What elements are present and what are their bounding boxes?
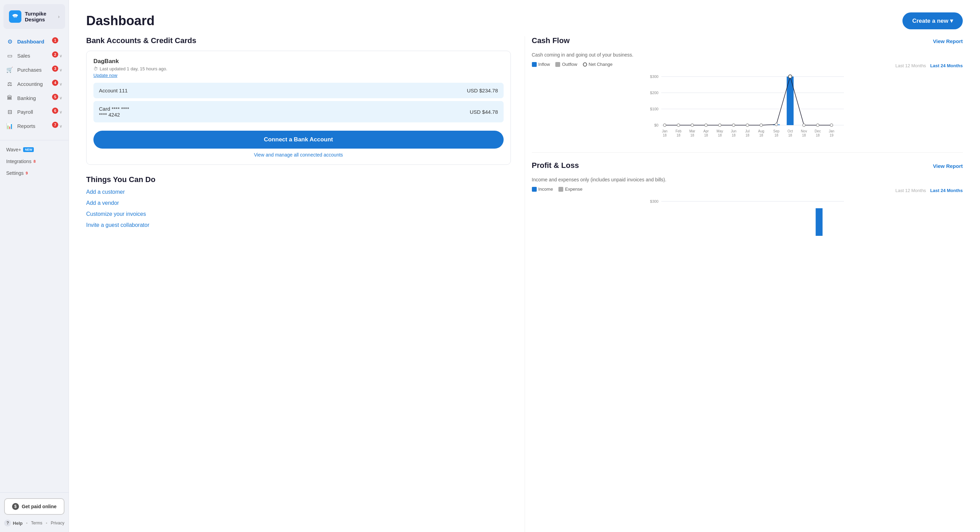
cashflow-view-report-link[interactable]: View Report — [933, 38, 963, 44]
bank-accounts-title: Bank Accounts & Credit Cards — [86, 36, 511, 45]
cf-dot-4 — [718, 124, 721, 127]
banking-icon: 🏛 — [6, 95, 13, 101]
purchases-icon: 🛒 — [6, 67, 13, 73]
nav-wave-plus[interactable]: Wave+ NEW — [0, 144, 68, 156]
svg-text:May: May — [716, 129, 723, 133]
svg-text:Nov: Nov — [801, 129, 807, 133]
nav-payroll-badge: 6 — [52, 108, 58, 114]
reports-chevron-icon: ∨ — [59, 124, 62, 129]
payroll-chevron-icon: ∨ — [59, 110, 62, 115]
sales-icon: ▭ — [6, 53, 13, 59]
svg-text:Oct: Oct — [787, 129, 793, 133]
inflow-swatch — [532, 62, 537, 67]
brand-name: Turnpike Designs — [25, 11, 54, 22]
svg-text:18: 18 — [802, 134, 806, 137]
account-row-0[interactable]: Account 111 USD $234.78 — [94, 83, 504, 98]
terms-link[interactable]: Terms — [31, 521, 42, 526]
svg-text:Jul: Jul — [745, 129, 749, 133]
sidebar-bottom: $ Get paid online ? Help • Terms • Priva… — [0, 492, 68, 532]
inflow-label: Inflow — [538, 62, 550, 67]
svg-text:$100: $100 — [650, 107, 658, 111]
account-amount-1: USD $44.78 — [470, 109, 498, 115]
accounting-chevron-icon: ∨ — [59, 82, 62, 86]
create-new-button[interactable]: Create a new ▾ — [902, 13, 963, 29]
cf-dot-3 — [705, 124, 707, 127]
clock-icon: ⏱ — [94, 66, 98, 72]
integrations-label: Integrations — [6, 159, 31, 164]
pl-last12-filter[interactable]: Last 12 Months — [895, 188, 926, 193]
nav-banking[interactable]: 🏛 Banking 5 ∨ — [0, 91, 68, 105]
svg-text:18: 18 — [718, 134, 722, 137]
cashflow-bar-oct — [787, 76, 794, 125]
add-vendor-link[interactable]: Add a vendor — [86, 200, 511, 206]
income-label: Income — [538, 186, 553, 192]
svg-text:$200: $200 — [650, 91, 658, 95]
pl-svg: $300 — [532, 198, 963, 239]
manage-accounts-link[interactable]: View and manage all connected accounts — [94, 152, 504, 158]
cashflow-svg: $300 $200 $100 $0 — [532, 73, 963, 142]
pl-bar-dec — [816, 208, 822, 236]
svg-text:Aug: Aug — [758, 129, 764, 133]
banking-chevron-icon: ∨ — [59, 96, 62, 100]
svg-text:Apr: Apr — [703, 129, 709, 133]
connect-bank-button[interactable]: Connect a Bank Account — [94, 131, 504, 148]
reports-icon: 📊 — [6, 123, 13, 129]
add-customer-link[interactable]: Add a customer — [86, 189, 511, 195]
svg-text:18: 18 — [704, 134, 708, 137]
help-circle-icon: ? — [4, 519, 11, 527]
cf-dot-8 — [775, 123, 778, 126]
payroll-icon: ⊟ — [6, 108, 13, 115]
pl-legend: Income Expense — [532, 186, 582, 192]
svg-text:$0: $0 — [654, 123, 659, 127]
settings-label: Settings — [6, 170, 24, 176]
svg-text:Dec: Dec — [815, 129, 821, 133]
main-header: Dashboard Create a new ▾ — [69, 0, 980, 36]
nav-accounting[interactable]: ⚖ Accounting 4 ∨ — [0, 77, 68, 91]
bank-updated-text: Last updated 1 day, 15 hours ago. — [100, 66, 167, 72]
things-title: Things You Can Do — [86, 175, 511, 184]
nav-integrations[interactable]: Integrations 8 — [0, 156, 68, 167]
customize-invoices-link[interactable]: Customize your invoices — [86, 211, 511, 217]
cf-dot-7 — [760, 124, 762, 127]
outflow-label: Outflow — [562, 62, 577, 67]
svg-text:18: 18 — [662, 134, 667, 137]
nav-reports-badge: 7 — [52, 122, 58, 128]
account-row-1[interactable]: Card **** ******** 4242 USD $44.78 — [94, 101, 504, 123]
brand-selector[interactable]: Turnpike Designs › — [3, 4, 65, 29]
bank-updated: ⏱ Last updated 1 day, 15 hours ago. — [94, 66, 504, 72]
sales-chevron-icon: ∨ — [59, 53, 62, 58]
purchases-chevron-icon: ∨ — [59, 68, 62, 72]
pl-view-report-link[interactable]: View Report — [933, 163, 963, 169]
pl-subtitle: Income and expenses only (includes unpai… — [532, 177, 963, 182]
cf-dot-2 — [691, 124, 694, 127]
cashflow-last12-filter[interactable]: Last 12 Months — [895, 63, 926, 68]
cashflow-legend: Inflow Outflow Net Change — [532, 62, 612, 67]
things-section: Things You Can Do Add a customer Add a v… — [86, 175, 511, 228]
pl-header: Profit & Loss View Report — [532, 161, 963, 175]
main-grid: Bank Accounts & Credit Cards DagBank ⏱ L… — [69, 36, 980, 532]
cashflow-last24-filter[interactable]: Last 24 Months — [930, 63, 963, 68]
svg-text:18: 18 — [774, 134, 778, 137]
nav-purchases[interactable]: 🛒 Purchases 3 ∨ — [0, 63, 68, 77]
pl-last24-filter[interactable]: Last 24 Months — [930, 188, 963, 193]
right-column: Cash Flow View Report Cash coming in and… — [525, 36, 963, 532]
nav-sales[interactable]: ▭ Sales 2 ∨ — [0, 49, 68, 63]
invite-collaborator-link[interactable]: Invite a guest collaborator — [86, 222, 511, 228]
nav-settings[interactable]: Settings 9 — [0, 167, 68, 179]
svg-text:Sep: Sep — [773, 129, 780, 133]
nav-banking-badge: 5 — [52, 94, 58, 100]
nav-reports[interactable]: 📊 Reports 7 ∨ — [0, 119, 68, 133]
nav-purchases-badge: 3 — [52, 65, 58, 72]
get-paid-button[interactable]: $ Get paid online — [4, 498, 64, 515]
help-button[interactable]: ? Help — [4, 519, 22, 527]
income-legend: Income — [532, 186, 553, 192]
update-now-link[interactable]: Update now — [94, 73, 117, 78]
account-amount-0: USD $234.78 — [467, 88, 498, 94]
nav-dashboard[interactable]: ⊙ Dashboard 1 — [0, 35, 68, 49]
nav-payroll[interactable]: ⊟ Payroll 6 ∨ — [0, 105, 68, 119]
cf-dot-9 — [788, 75, 792, 78]
nav-accounting-badge: 4 — [52, 80, 58, 86]
expense-legend: Expense — [558, 186, 582, 192]
cf-dot-6 — [746, 124, 749, 127]
privacy-link[interactable]: Privacy — [51, 521, 64, 526]
